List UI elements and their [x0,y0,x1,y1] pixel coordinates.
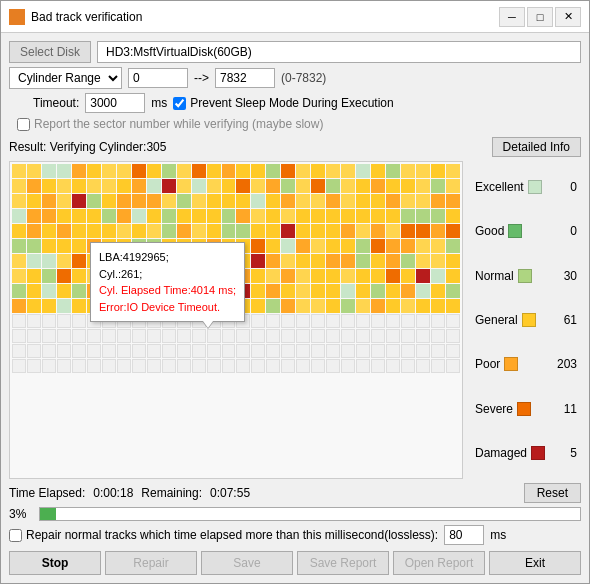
grid-cell [12,164,26,178]
grid-cell [102,209,116,223]
legend-count: 61 [564,313,577,327]
repair-checkbox-label[interactable]: Repair normal tracks which time elapsed … [9,528,438,542]
minimize-button[interactable]: ─ [499,7,525,27]
exit-button[interactable]: Exit [489,551,581,575]
grid-cell [281,194,295,208]
grid-cell [207,194,221,208]
close-button[interactable]: ✕ [555,7,581,27]
range-from-input[interactable] [128,68,188,88]
grid-cell [401,179,415,193]
grid-cell [356,269,370,283]
grid-cell [162,164,176,178]
open-report-button[interactable]: Open Report [393,551,485,575]
detailed-info-button[interactable]: Detailed Info [492,137,581,157]
grid-cell [251,284,265,298]
grid-cell [401,254,415,268]
grid-cell [386,329,400,343]
grid-cell [117,179,131,193]
grid-cell [162,179,176,193]
grid-cell [296,164,310,178]
grid-cell [311,284,325,298]
report-sector-checkbox[interactable] [17,118,30,131]
grid-cell [132,179,146,193]
grid-cell [132,164,146,178]
grid-cell [132,359,146,373]
save-button[interactable]: Save [201,551,293,575]
grid-cell [27,254,41,268]
grid-cell [222,344,236,358]
grid-cell [296,239,310,253]
grid-cell [192,164,206,178]
prevent-sleep-label[interactable]: Prevent Sleep Mode During Execution [173,96,393,110]
grid-cell [251,164,265,178]
grid-cell [446,224,460,238]
grid-cell [431,179,445,193]
grid-cell [281,179,295,193]
grid-cell [281,359,295,373]
grid-cell [207,209,221,223]
grid-cell [416,254,430,268]
grid-cell [87,344,101,358]
grid-cell [371,254,385,268]
grid-cell [341,239,355,253]
grid-cell [147,209,161,223]
grid-cell [57,299,71,313]
grid-cell [12,299,26,313]
grid-cell [222,359,236,373]
grid-cell [296,269,310,283]
grid-cell [341,224,355,238]
grid-cell [371,329,385,343]
grid-cell [72,284,86,298]
grid-cell [57,269,71,283]
grid-cell [431,359,445,373]
range-select[interactable]: Cylinder Range LBA Range [9,67,122,89]
grid-cell [281,329,295,343]
grid-cell [371,344,385,358]
grid-cell [281,344,295,358]
grid-cell [42,359,56,373]
grid-cell [281,299,295,313]
progress-bar-container [39,507,581,521]
save-report-button[interactable]: Save Report [297,551,389,575]
title-bar: Bad track verification ─ □ ✕ [1,1,589,33]
grid-cell [42,224,56,238]
grid-cell [281,164,295,178]
main-area: LBA:4192965; Cyl.:261; Cyl. Elapsed Time… [9,161,581,479]
range-hint: (0-7832) [281,71,326,85]
grid-cell [341,299,355,313]
range-to-input[interactable] [215,68,275,88]
grid-cell [27,224,41,238]
grid-cell [72,179,86,193]
report-sector-label[interactable]: Report the sector number while verifying… [17,117,323,131]
grid-cell [296,329,310,343]
stop-button[interactable]: Stop [9,551,101,575]
grid-cell [87,329,101,343]
grid-cell [207,344,221,358]
repair-button[interactable]: Repair [105,551,197,575]
grid-cell [177,359,191,373]
grid-cell [371,194,385,208]
arrow-label: --> [194,71,209,85]
grid-cell [147,224,161,238]
timeout-input[interactable] [85,93,145,113]
tooltip-box: LBA:4192965; Cyl.:261; Cyl. Elapsed Time… [90,242,245,322]
grid-cell [102,344,116,358]
maximize-button[interactable]: □ [527,7,553,27]
prevent-sleep-checkbox[interactable] [173,97,186,110]
reset-button[interactable]: Reset [524,483,581,503]
select-disk-button[interactable]: Select Disk [9,41,91,63]
grid-cell [371,299,385,313]
grid-cell [72,359,86,373]
repair-checkbox[interactable] [9,529,22,542]
grid-cell [27,239,41,253]
grid-cell [147,329,161,343]
repair-ms-input[interactable] [444,525,484,545]
grid-cell [431,239,445,253]
grid-cell [162,194,176,208]
grid-cell [446,179,460,193]
elapsed-label: Time Elapsed: [9,486,85,500]
grid-cell [266,164,280,178]
grid-cell [251,179,265,193]
grid-cell [416,284,430,298]
grid-cell [341,359,355,373]
